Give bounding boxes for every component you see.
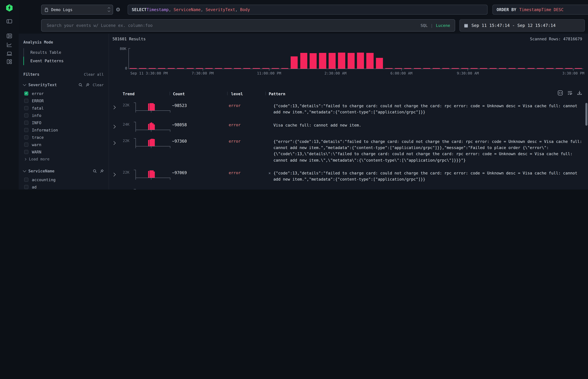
checkbox[interactable] [24, 106, 28, 110]
histogram-bar [518, 68, 525, 69]
filter-option-accounting[interactable]: accounting [23, 176, 104, 183]
results-histogram[interactable]: 80K 0 [109, 48, 583, 69]
histogram-bar [234, 68, 241, 69]
clear-all-button[interactable]: Clear all [84, 72, 104, 77]
checkbox[interactable] [24, 121, 28, 125]
load-more-button[interactable]: Load more [23, 156, 104, 163]
dashboards-icon[interactable] [6, 58, 13, 65]
filter-option-trace[interactable]: trace [23, 134, 104, 141]
lucene-mode-button[interactable]: Lucene [436, 23, 450, 28]
filter-option-information[interactable]: Information [23, 126, 104, 134]
table-row[interactable]: 22K~98523error{"code":13,"details":"fail… [109, 99, 585, 118]
filter-option-fatal[interactable]: fatal [23, 104, 104, 112]
analysis-tab-results-table[interactable]: Results Table [24, 48, 104, 57]
y-axis-max-label: 80K [120, 47, 126, 51]
col-resize-handle[interactable]: ⋮ [264, 91, 268, 95]
gear-icon[interactable]: ⚙ [116, 6, 120, 13]
expand-row-button[interactable] [109, 121, 120, 129]
x-axis-tick-label: 11:00:00 PM [257, 71, 281, 75]
checkbox-checked[interactable]: ✓ [24, 91, 28, 95]
x-axis-tick-label: 7:30:00 PM [192, 71, 214, 75]
source-select[interactable]: Demo Logs [41, 5, 113, 15]
services-icon[interactable] [6, 50, 13, 57]
checkbox[interactable] [24, 99, 28, 103]
filters-title: Filters [23, 72, 39, 77]
pattern-text[interactable]: {"code":13,"details":"failed to charge c… [268, 102, 585, 115]
level-badge: error [229, 102, 268, 108]
analysis-tab-event-patterns[interactable]: Event Patterns [24, 57, 104, 65]
trend-sparkline: 22K [120, 138, 172, 148]
filter-option-warn[interactable]: WARN [23, 148, 104, 156]
filter-option-warn[interactable]: warn [23, 141, 104, 148]
col-trend[interactable]: Trend [123, 92, 135, 96]
table-row[interactable]: 22K~97360error{"error":{"code":13,"detai… [109, 135, 585, 166]
checkbox[interactable] [24, 113, 28, 117]
histogram-bar [490, 68, 497, 69]
download-icon[interactable] [577, 90, 582, 95]
checkbox[interactable] [24, 177, 28, 182]
histogram-bar [423, 68, 430, 69]
wrap-text-icon[interactable] [567, 90, 573, 95]
toggle-divider: | [431, 23, 433, 28]
filter-option-ad[interactable]: ad [23, 183, 104, 190]
pin-icon[interactable] [86, 83, 90, 87]
chart-icon[interactable] [6, 42, 13, 48]
checkbox[interactable] [24, 150, 28, 154]
pattern-text[interactable]: {"error":{"code":13,"details":"failed to… [268, 138, 585, 163]
vertical-scrollbar[interactable] [585, 103, 588, 126]
sql-select-editor[interactable]: SELECT Timestamp, ServiceName, SeverityT… [128, 5, 488, 15]
select-chevrons-icon [108, 7, 110, 12]
filter-option-info[interactable]: info [23, 112, 104, 119]
search-icon[interactable] [79, 83, 82, 87]
expand-row-button[interactable] [109, 169, 120, 177]
filter-option-label: ad [32, 185, 37, 189]
col-count[interactable]: Count [173, 92, 185, 96]
table-row[interactable]: 22K~97069error×{"code":13,"details":"fai… [109, 166, 585, 185]
checkbox[interactable] [24, 128, 28, 132]
clear-group-button[interactable]: Clear [93, 82, 104, 87]
expand-row-button[interactable] [109, 138, 120, 145]
code-block-icon[interactable] [558, 90, 563, 95]
order-by-editor[interactable]: ORDER BY TimestampTime DESC [493, 5, 588, 15]
checkbox[interactable] [24, 142, 28, 146]
checkbox[interactable] [24, 185, 28, 189]
col-pattern[interactable]: Pattern [269, 92, 285, 96]
histogram-bar [186, 68, 194, 69]
filter-option-error[interactable]: ERROR [23, 97, 104, 104]
sidebar-toggle-icon[interactable] [6, 18, 13, 25]
expand-row-button[interactable] [109, 188, 120, 190]
sql-mode-button[interactable]: SQL [420, 23, 428, 28]
histogram-bar [386, 68, 393, 69]
search-logs-icon[interactable] [6, 33, 13, 39]
exclude-icon[interactable]: × [268, 170, 271, 176]
table-row[interactable]: 22K~95441errorFailed to place order [109, 185, 585, 190]
col-level[interactable]: level [231, 92, 243, 96]
x-axis-labels: Sep 11 3:30:00 PM7:30:00 PM11:00:00 PM2:… [128, 71, 583, 76]
filters-panel: Analysis Mode Results TableEvent Pattern… [19, 34, 109, 190]
filter-group-severitytext[interactable]: SeverityTextClear [23, 82, 104, 87]
col-resize-handle[interactable]: ⋮ [168, 91, 172, 95]
filter-group-name: ServiceName [28, 169, 54, 173]
filter-option-info[interactable]: INFO [23, 119, 104, 126]
x-axis-tick [335, 69, 336, 71]
pattern-text[interactable]: Failed to place order [268, 188, 585, 190]
app-logo-icon[interactable] [6, 4, 13, 12]
filter-group-servicename[interactable]: ServiceName [23, 169, 104, 173]
sparkline-bar [151, 103, 152, 111]
pattern-text[interactable]: ×{"code":13,"details":"failed to charge … [268, 169, 585, 183]
col-resize-handle[interactable]: ⋮ [226, 91, 229, 95]
histogram-bar [556, 68, 563, 69]
table-row[interactable]: 24K~98058errorVisa cache full: cannot ad… [109, 118, 585, 135]
pin-icon[interactable] [100, 169, 104, 173]
trend-sparkline: 24K [120, 121, 172, 132]
search-icon[interactable] [93, 169, 97, 173]
pattern-text[interactable]: Visa cache full: cannot add new item. [268, 121, 585, 128]
expand-row-button[interactable] [109, 102, 120, 110]
histogram-bar [168, 68, 175, 69]
search-input[interactable] [46, 23, 420, 28]
calendar-icon [464, 23, 468, 28]
query-column: Body [238, 7, 250, 12]
time-range-picker[interactable]: Sep 11 15:47:14 - Sep 12 15:47:14 [460, 19, 585, 32]
filter-option-error[interactable]: ✓error [23, 90, 104, 97]
checkbox[interactable] [24, 135, 28, 139]
